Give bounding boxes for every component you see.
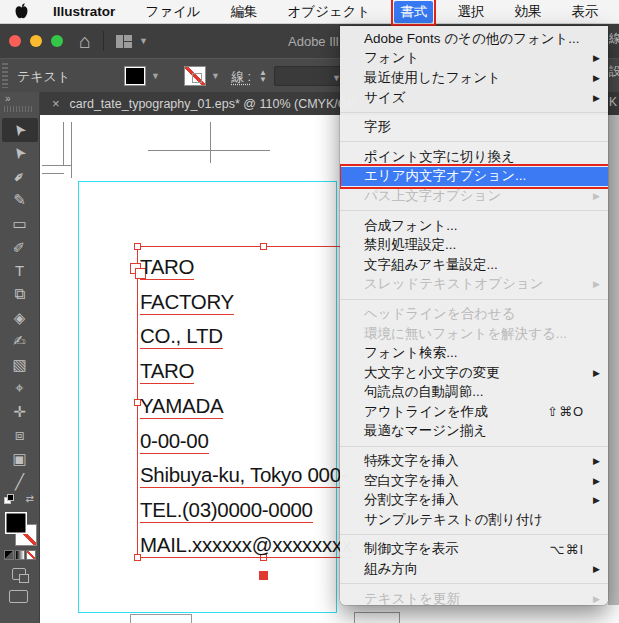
menu-item[interactable]: 最適なマージン揃え ▶ (340, 422, 608, 442)
tool-button[interactable]: ⧉ (2, 283, 38, 307)
menu-item[interactable]: 大文字と小文字の変更 ▶ (340, 363, 608, 383)
menu-item[interactable]: スレッドテキストオプション ▶ (340, 275, 608, 295)
menubar-item[interactable]: 効果 (508, 1, 547, 23)
menu-item[interactable]: 分割文字を挿入 ▶ (340, 490, 608, 510)
chevron-down-icon[interactable]: ▼ (211, 71, 220, 81)
selection-handle[interactable] (134, 243, 141, 250)
menubar-item[interactable]: 編集 (225, 1, 264, 23)
color-button[interactable] (4, 550, 14, 560)
menu-item[interactable]: フォント検索... ▶ (340, 343, 608, 363)
submenu-arrow-icon: ▶ (588, 53, 600, 63)
context-label: テキスト (17, 68, 70, 86)
text-line: TARO (140, 250, 352, 285)
submenu-arrow-icon: ▶ (588, 594, 600, 604)
canvas-object[interactable] (130, 614, 192, 623)
menu-item[interactable]: ▶ (340, 579, 608, 589)
menu-item[interactable]: パス上文字オプション ▶ (340, 186, 608, 206)
tool-button[interactable]: ▭ (2, 212, 38, 236)
gradient-button[interactable] (15, 550, 25, 560)
menu-item[interactable]: 空白文字を挿入 ▶ (340, 471, 608, 491)
tool-button[interactable]: ▧ (2, 353, 38, 377)
panel-grip[interactable] (2, 63, 8, 88)
screen-mode-icon[interactable] (9, 590, 28, 603)
menu-item[interactable]: ポイント文字に切り換え ▶ (340, 147, 608, 167)
menu-item[interactable]: ▶ (340, 206, 608, 216)
canvas-object[interactable] (354, 612, 400, 623)
menu-item[interactable]: フォント ▶ (340, 49, 608, 69)
menu-item[interactable]: 最近使用したフォント ▶ (340, 68, 608, 88)
menu-item[interactable]: ▶ (340, 137, 608, 147)
menu-item[interactable]: ▶ (340, 107, 608, 117)
menu-item[interactable]: テキストを更新 ▶ (340, 589, 608, 605)
menu-item[interactable]: 合成フォント... ▶ (340, 216, 608, 236)
close-window-button[interactable] (9, 35, 21, 47)
divider (103, 31, 104, 51)
tool-button[interactable]: ✒ (2, 165, 38, 189)
selection-handle-filled[interactable] (259, 571, 268, 580)
menu-item[interactable]: サイズ ▶ (340, 88, 608, 108)
menu-item[interactable]: 特殊文字を挿入 ▶ (340, 451, 608, 471)
menu-item[interactable]: Adobe Fonts のその他のフォント... ▶ (340, 29, 608, 49)
tool-button[interactable]: ➤ (2, 118, 38, 142)
none-button[interactable] (26, 550, 36, 560)
type-menu-dropdown: Adobe Fonts のその他のフォント... ▶ フォント ▶ 最近使用した… (340, 26, 608, 605)
menubar-item[interactable]: オブジェクト (282, 1, 377, 23)
text-frame-top-edge[interactable] (137, 246, 349, 247)
menu-item[interactable]: サンプルテキストの割り付け ▶ (340, 510, 608, 530)
menubar-item[interactable]: 選択 (451, 1, 490, 23)
menu-item[interactable]: 字形 ▶ (340, 117, 608, 137)
tool-button[interactable]: ▣ (2, 447, 38, 471)
menubar-item[interactable]: Illustrator (47, 2, 121, 21)
menu-item[interactable]: エリア内文字オプション... ▶ (340, 167, 608, 187)
collapse-dock-icon[interactable]: » (5, 93, 10, 104)
menu-item[interactable]: 組み方向 ▶ (340, 559, 608, 579)
tool-button[interactable]: ✛ (2, 400, 38, 424)
menu-item[interactable]: 環境に無いフォントを解決する... ▶ (340, 324, 608, 344)
minimize-window-button[interactable] (30, 35, 42, 47)
menu-item[interactable]: 禁則処理設定... ▶ (340, 235, 608, 255)
selection-handle[interactable] (260, 243, 267, 250)
tool-icon: ╱ (15, 473, 24, 491)
menu-item-label: 文字組みアキ量設定... (364, 256, 498, 274)
tool-button[interactable]: ⌖ (2, 377, 38, 401)
dock-grip[interactable] (4, 106, 34, 112)
menu-item-label: 組み方向 (364, 560, 418, 578)
area-type-text[interactable]: TARO FACTORY CO., LTD TARO YAMADA 0-00-0… (140, 250, 352, 562)
drawing-mode-icon[interactable] (12, 568, 26, 580)
close-tab-icon[interactable]: × (52, 96, 60, 111)
document-tab-title[interactable]: card_tate_typography_01.eps* @ 110% (CMY… (70, 97, 356, 111)
fill-swatch[interactable] (5, 512, 27, 534)
menubar-item[interactable]: ファイル (139, 1, 206, 23)
tool-button[interactable]: ✎ (2, 189, 38, 213)
menu-item[interactable]: ▶ (340, 294, 608, 304)
menu-item[interactable]: ▶ (340, 530, 608, 540)
menubar-item[interactable]: 書式 (394, 1, 433, 23)
apple-icon[interactable] (14, 3, 29, 20)
menu-item[interactable]: 文字組みアキ量設定... ▶ (340, 255, 608, 275)
tool-button[interactable]: ✏ (2, 236, 38, 260)
stroke-weight-label[interactable]: 線 : (231, 68, 251, 86)
stroke-weight-select[interactable]: ▼ (274, 66, 346, 86)
menu-item[interactable]: 句読点の自動調節... ▶ (340, 383, 608, 403)
stroke-weight-stepper[interactable]: ▲▼ (255, 66, 271, 86)
chevron-down-icon[interactable]: ▼ (151, 71, 160, 81)
menu-item[interactable]: ヘッドラインを合わせる ▶ (340, 304, 608, 324)
tool-button[interactable]: ╱ (2, 471, 38, 495)
tool-button[interactable]: ➤ (2, 142, 38, 166)
home-icon[interactable]: ⌂ (79, 31, 91, 51)
fill-color-swatch[interactable] (124, 66, 146, 86)
menu-item[interactable]: アウトラインを作成 ⇧⌘O ▶ (340, 402, 608, 422)
tool-button[interactable]: ◈ (2, 306, 38, 330)
menu-item[interactable]: ▶ (340, 441, 608, 451)
menu-item[interactable]: 制御文字を表示 ⌥⌘I ▶ (340, 540, 608, 560)
tool-button[interactable]: T (2, 259, 38, 283)
arrange-documents-icon[interactable]: ▼ (116, 35, 148, 48)
menubar-item[interactable]: 表示 (565, 1, 604, 23)
text-line: TARO (140, 354, 352, 389)
tool-button[interactable]: ⧈ (2, 424, 38, 448)
default-fill-stroke-icon[interactable]: ⇄ (4, 495, 36, 507)
zoom-window-button[interactable] (51, 35, 63, 47)
swap-fill-stroke-icon[interactable]: ⇄ (26, 493, 34, 504)
stroke-color-swatch[interactable] (184, 66, 206, 86)
tool-button[interactable]: ✍ (2, 330, 38, 354)
